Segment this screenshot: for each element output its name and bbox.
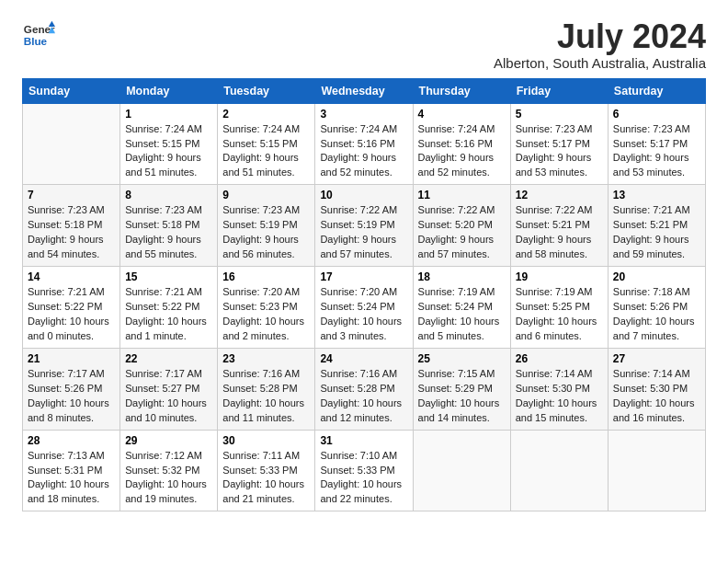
calendar-cell: 28Sunrise: 7:13 AMSunset: 5:31 PMDayligh… [23,430,120,511]
cell-info-text: Sunrise: 7:24 AMSunset: 5:15 PMDaylight:… [125,122,212,181]
calendar-cell: 26Sunrise: 7:14 AMSunset: 5:30 PMDayligh… [510,348,608,430]
calendar-cell: 17Sunrise: 7:20 AMSunset: 5:24 PMDayligh… [315,267,413,349]
calendar-cell [510,430,608,511]
cell-info-text: Sunrise: 7:19 AMSunset: 5:25 PMDaylight:… [516,285,603,344]
calendar-cell: 27Sunrise: 7:14 AMSunset: 5:30 PMDayligh… [608,348,705,430]
cell-date-number: 21 [28,352,115,365]
calendar-week-5: 28Sunrise: 7:13 AMSunset: 5:31 PMDayligh… [23,430,706,511]
cell-date-number: 5 [516,108,603,121]
logo: General Blue [22,18,55,52]
cell-date-number: 2 [222,108,310,121]
cell-date-number: 11 [418,189,506,201]
cell-info-text: Sunrise: 7:11 AMSunset: 5:33 PMDaylight:… [222,449,310,508]
weekday-header-wednesday: Wednesday [315,78,413,103]
calendar-cell: 16Sunrise: 7:20 AMSunset: 5:23 PMDayligh… [218,267,315,349]
calendar-cell: 14Sunrise: 7:21 AMSunset: 5:22 PMDayligh… [23,267,120,349]
cell-info-text: Sunrise: 7:23 AMSunset: 5:17 PMDaylight:… [516,122,603,181]
weekday-header-thursday: Thursday [413,78,510,103]
calendar-cell: 1Sunrise: 7:24 AMSunset: 5:15 PMDaylight… [120,103,218,185]
weekday-header-tuesday: Tuesday [218,78,315,103]
calendar-header-row: SundayMondayTuesdayWednesdayThursdayFrid… [23,78,706,103]
cell-date-number: 26 [516,352,603,365]
cell-info-text: Sunrise: 7:22 AMSunset: 5:19 PMDaylight:… [320,203,407,262]
cell-date-number: 13 [613,189,700,201]
weekday-header-saturday: Saturday [608,78,705,103]
cell-date-number: 14 [28,270,115,283]
cell-info-text: Sunrise: 7:22 AMSunset: 5:21 PMDaylight:… [516,203,603,262]
cell-date-number: 3 [320,108,407,121]
cell-info-text: Sunrise: 7:12 AMSunset: 5:32 PMDaylight:… [125,449,212,508]
calendar-cell: 29Sunrise: 7:12 AMSunset: 5:32 PMDayligh… [120,430,218,511]
cell-info-text: Sunrise: 7:20 AMSunset: 5:24 PMDaylight:… [320,285,407,344]
location-subtitle: Alberton, South Australia, Australia [494,55,706,71]
cell-info-text: Sunrise: 7:10 AMSunset: 5:33 PMDaylight:… [320,449,407,508]
calendar-cell: 8Sunrise: 7:23 AMSunset: 5:18 PMDaylight… [120,185,218,267]
cell-info-text: Sunrise: 7:22 AMSunset: 5:20 PMDaylight:… [418,203,506,262]
cell-info-text: Sunrise: 7:14 AMSunset: 5:30 PMDaylight:… [613,367,700,426]
cell-date-number: 6 [613,108,700,121]
calendar-cell: 25Sunrise: 7:15 AMSunset: 5:29 PMDayligh… [413,348,510,430]
calendar-cell: 19Sunrise: 7:19 AMSunset: 5:25 PMDayligh… [510,267,608,349]
cell-info-text: Sunrise: 7:17 AMSunset: 5:26 PMDaylight:… [28,367,115,426]
calendar-cell: 7Sunrise: 7:23 AMSunset: 5:18 PMDaylight… [23,185,120,267]
cell-info-text: Sunrise: 7:16 AMSunset: 5:28 PMDaylight:… [222,367,310,426]
cell-info-text: Sunrise: 7:23 AMSunset: 5:17 PMDaylight:… [613,122,700,181]
cell-info-text: Sunrise: 7:15 AMSunset: 5:29 PMDaylight:… [418,367,506,426]
cell-info-text: Sunrise: 7:20 AMSunset: 5:23 PMDaylight:… [222,285,310,344]
calendar-table: SundayMondayTuesdayWednesdayThursdayFrid… [22,78,706,512]
cell-date-number: 7 [28,189,115,201]
cell-info-text: Sunrise: 7:24 AMSunset: 5:16 PMDaylight:… [418,122,506,181]
cell-info-text: Sunrise: 7:24 AMSunset: 5:16 PMDaylight:… [320,122,407,181]
cell-date-number: 29 [125,434,212,447]
calendar-cell: 3Sunrise: 7:24 AMSunset: 5:16 PMDaylight… [315,103,413,185]
calendar-cell: 23Sunrise: 7:16 AMSunset: 5:28 PMDayligh… [218,348,315,430]
cell-info-text: Sunrise: 7:19 AMSunset: 5:24 PMDaylight:… [418,285,506,344]
page-header: General Blue July 2024 Alberton, South A… [22,18,706,71]
cell-info-text: Sunrise: 7:14 AMSunset: 5:30 PMDaylight:… [516,367,603,426]
calendar-cell: 4Sunrise: 7:24 AMSunset: 5:16 PMDaylight… [413,103,510,185]
weekday-header-friday: Friday [510,78,608,103]
cell-date-number: 8 [125,189,212,201]
calendar-cell: 12Sunrise: 7:22 AMSunset: 5:21 PMDayligh… [510,185,608,267]
cell-date-number: 19 [516,270,603,283]
cell-info-text: Sunrise: 7:21 AMSunset: 5:22 PMDaylight:… [125,285,212,344]
cell-date-number: 28 [28,434,115,447]
calendar-cell: 22Sunrise: 7:17 AMSunset: 5:27 PMDayligh… [120,348,218,430]
cell-date-number: 23 [222,352,310,365]
cell-date-number: 24 [320,352,407,365]
calendar-cell: 5Sunrise: 7:23 AMSunset: 5:17 PMDaylight… [510,103,608,185]
cell-date-number: 20 [613,270,700,283]
calendar-cell: 15Sunrise: 7:21 AMSunset: 5:22 PMDayligh… [120,267,218,349]
calendar-cell: 11Sunrise: 7:22 AMSunset: 5:20 PMDayligh… [413,185,510,267]
cell-date-number: 10 [320,189,407,201]
cell-info-text: Sunrise: 7:21 AMSunset: 5:21 PMDaylight:… [613,203,700,262]
calendar-cell: 13Sunrise: 7:21 AMSunset: 5:21 PMDayligh… [608,185,705,267]
cell-date-number: 17 [320,270,407,283]
cell-info-text: Sunrise: 7:24 AMSunset: 5:15 PMDaylight:… [222,122,310,181]
cell-info-text: Sunrise: 7:16 AMSunset: 5:28 PMDaylight:… [320,367,407,426]
calendar-cell: 24Sunrise: 7:16 AMSunset: 5:28 PMDayligh… [315,348,413,430]
cell-date-number: 22 [125,352,212,365]
cell-info-text: Sunrise: 7:13 AMSunset: 5:31 PMDaylight:… [28,449,115,508]
calendar-week-2: 7Sunrise: 7:23 AMSunset: 5:18 PMDaylight… [23,185,706,267]
title-area: July 2024 Alberton, South Australia, Aus… [494,18,706,71]
cell-date-number: 27 [613,352,700,365]
cell-date-number: 4 [418,108,506,121]
calendar-cell [413,430,510,511]
calendar-cell: 18Sunrise: 7:19 AMSunset: 5:24 PMDayligh… [413,267,510,349]
cell-info-text: Sunrise: 7:23 AMSunset: 5:18 PMDaylight:… [28,203,115,262]
calendar-cell: 10Sunrise: 7:22 AMSunset: 5:19 PMDayligh… [315,185,413,267]
cell-info-text: Sunrise: 7:17 AMSunset: 5:27 PMDaylight:… [125,367,212,426]
month-title: July 2024 [494,18,706,55]
cell-info-text: Sunrise: 7:23 AMSunset: 5:18 PMDaylight:… [125,203,212,262]
calendar-cell: 9Sunrise: 7:23 AMSunset: 5:19 PMDaylight… [218,185,315,267]
calendar-cell: 31Sunrise: 7:10 AMSunset: 5:33 PMDayligh… [315,430,413,511]
weekday-header-sunday: Sunday [23,78,120,103]
cell-date-number: 25 [418,352,506,365]
calendar-cell [23,103,120,185]
calendar-cell: 20Sunrise: 7:18 AMSunset: 5:26 PMDayligh… [608,267,705,349]
calendar-body: 1Sunrise: 7:24 AMSunset: 5:15 PMDaylight… [23,103,706,511]
cell-info-text: Sunrise: 7:23 AMSunset: 5:19 PMDaylight:… [222,203,310,262]
calendar-cell: 6Sunrise: 7:23 AMSunset: 5:17 PMDaylight… [608,103,705,185]
cell-date-number: 15 [125,270,212,283]
